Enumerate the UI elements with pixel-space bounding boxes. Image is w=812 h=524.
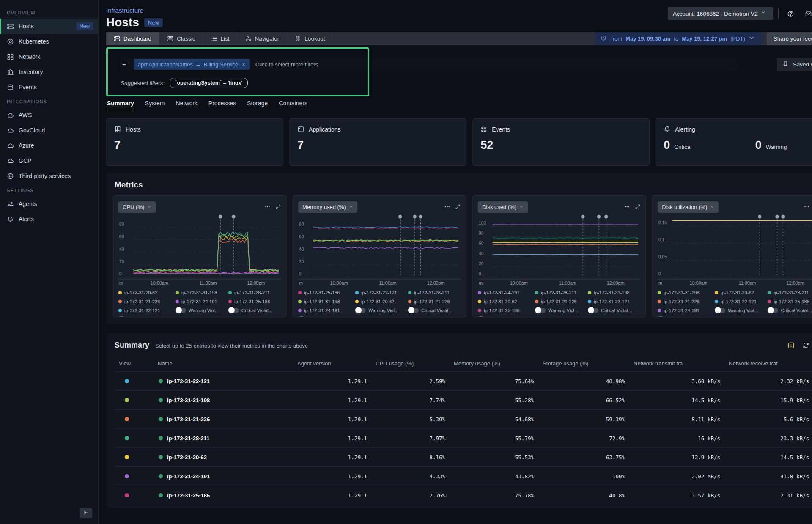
filter-remove-icon[interactable]: × — [242, 61, 245, 68]
filter-add-input[interactable]: Click to select more filters — [255, 61, 318, 68]
chart-menu-button[interactable]: ••• — [265, 205, 270, 209]
tab-list[interactable]: List — [203, 32, 238, 45]
host-color-dot[interactable] — [125, 417, 129, 421]
sidebar-item-azure[interactable]: Azure — [0, 138, 98, 153]
sidebar-collapse-button[interactable] — [80, 508, 92, 518]
legend-series-ip-172-31-28-211[interactable]: ip-172-31-28-211 — [768, 289, 812, 296]
metric-selector[interactable]: Disk utilization (%) — [658, 201, 719, 213]
metric-selector[interactable]: Disk used (%) — [478, 201, 528, 213]
legend-series-ip-172-31-25-186[interactable]: ip-172-31-25-186 — [478, 307, 535, 314]
legend-series-ip-172-31-28-211[interactable]: ip-172-31-28-211 — [228, 289, 281, 296]
toggle-switch[interactable] — [768, 308, 778, 313]
toggle-switch[interactable] — [715, 308, 725, 313]
toggle-switch[interactable] — [588, 308, 598, 313]
subtab-storage[interactable]: Storage — [247, 100, 268, 110]
host-color-dot[interactable] — [125, 436, 129, 440]
host-name-link[interactable]: ip-172-31-24-191 — [154, 473, 293, 480]
legend-series-ip-172-31-31-198[interactable]: ip-172-31-31-198 — [588, 289, 641, 296]
legend-series-ip-172-31-25-186[interactable]: ip-172-31-25-186 — [228, 298, 281, 305]
legend-series-ip-172-31-24-191[interactable]: ip-172-31-24-191 — [176, 298, 228, 305]
sidebar-item-events[interactable]: Events — [0, 80, 98, 95]
toggle-switch[interactable] — [298, 317, 309, 317]
sidebar-item-network[interactable]: Network — [0, 49, 98, 64]
legend-series-ip-172-31-20-62[interactable]: ip-172-31-20-62 — [478, 298, 535, 305]
legend-series-ip-172-31-22-121[interactable]: ip-172-31-22-121 — [118, 307, 176, 314]
toggle-switch[interactable] — [118, 317, 129, 317]
legend-series-ip-172-31-22-121[interactable]: ip-172-31-22-121 — [715, 298, 768, 305]
legend-toggle-critical-violat-[interactable]: Critical Violat... — [588, 307, 641, 314]
feedback-button[interactable]: Share your feedback — [767, 32, 812, 45]
host-name-link[interactable]: ip-172-31-21-226 — [154, 416, 293, 422]
legend-series-ip-172-31-20-62[interactable]: ip-172-31-20-62 — [715, 289, 768, 296]
legend-series-ip-172-31-21-226[interactable]: ip-172-31-21-226 — [408, 298, 461, 305]
sidebar-item-gcp[interactable]: GCP — [0, 153, 98, 168]
legend-series-ip-172-31-31-198[interactable]: ip-172-31-31-198 — [658, 289, 715, 296]
account-selector[interactable]: Account: 1606862 - Demotron V2 — [668, 7, 773, 20]
filter-chip[interactable]: apmApplicationNames = Billing Service × — [134, 59, 250, 70]
legend-toggle-related-depl-[interactable]: Related Depl... — [118, 315, 176, 317]
metric-selector[interactable]: CPU (%) — [118, 201, 156, 213]
host-color-dot[interactable] — [125, 455, 129, 459]
legend-toggle-warning-viol-[interactable]: Warning Viol... — [176, 307, 228, 314]
alert-info-button[interactable] — [787, 342, 795, 349]
host-name-link[interactable]: ip-172-31-31-198 — [154, 397, 293, 403]
host-color-dot[interactable] — [125, 379, 129, 383]
toggle-switch[interactable] — [478, 317, 488, 317]
sidebar-item-alerts[interactable]: Alerts — [0, 211, 98, 227]
chart-menu-button[interactable]: ••• — [625, 205, 630, 209]
legend-series-ip-172-31-28-211[interactable]: ip-172-31-28-211 — [535, 289, 588, 296]
toggle-switch[interactable] — [658, 317, 668, 317]
time-range-picker[interactable]: from May 19, 09:30 am to May 19, 12:27 p… — [595, 32, 762, 45]
legend-toggle-warning-viol-[interactable]: Warning Viol... — [535, 307, 588, 314]
host-color-dot[interactable] — [125, 493, 129, 497]
subtab-processes[interactable]: Processes — [208, 100, 236, 110]
sidebar-item-third-party-services[interactable]: Third-party services — [0, 168, 98, 184]
legend-series-ip-172-31-28-211[interactable]: ip-172-31-28-211 — [408, 289, 461, 296]
suggested-filter-chip[interactable]: `operatingSystem` = 'linux' — [170, 78, 248, 88]
expand-icon[interactable] — [635, 204, 641, 210]
host-name-link[interactable]: ip-172-31-22-121 — [154, 378, 293, 384]
tab-lookout[interactable]: Lookout — [287, 32, 333, 45]
tab-navigator[interactable]: Navigator — [238, 32, 288, 45]
host-color-dot[interactable] — [125, 474, 129, 478]
refresh-button[interactable] — [802, 342, 809, 349]
legend-toggle-related-depl-[interactable]: Related Depl... — [298, 315, 355, 317]
chart-menu-button[interactable]: ••• — [804, 205, 809, 209]
toggle-switch[interactable] — [355, 308, 366, 313]
help-button[interactable] — [784, 7, 797, 20]
legend-series-ip-172-31-21-226[interactable]: ip-172-31-21-226 — [535, 298, 588, 305]
toggle-switch[interactable] — [228, 308, 239, 313]
legend-series-ip-172-31-31-198[interactable]: ip-172-31-31-198 — [298, 298, 355, 305]
legend-toggle-critical-violat-[interactable]: Critical Violat... — [408, 307, 461, 314]
legend-toggle-critical-violat-[interactable]: Critical Violat... — [768, 307, 812, 314]
legend-toggle-related-depl-[interactable]: Related Depl... — [478, 315, 535, 317]
legend-toggle-warning-viol-[interactable]: Warning Viol... — [715, 307, 768, 314]
chart-menu-button[interactable]: ••• — [445, 205, 450, 209]
mail-button[interactable] — [801, 7, 812, 20]
legend-series-ip-172-31-22-121[interactable]: ip-172-31-22-121 — [355, 289, 408, 296]
sidebar-item-inventory[interactable]: Inventory — [0, 64, 98, 80]
subtab-summary[interactable]: Summary — [107, 100, 134, 110]
metric-selector[interactable]: Memory used (%) — [298, 201, 357, 213]
toggle-switch[interactable] — [176, 308, 186, 313]
legend-series-ip-172-31-25-186[interactable]: ip-172-31-25-186 — [298, 289, 355, 296]
legend-series-ip-172-31-24-191[interactable]: ip-172-31-24-191 — [478, 289, 535, 296]
sidebar-item-aws[interactable]: AWS — [0, 107, 98, 123]
host-name-link[interactable]: ip-172-31-20-62 — [154, 454, 293, 461]
toggle-switch[interactable] — [535, 308, 546, 313]
host-name-link[interactable]: ip-172-31-25-186 — [154, 492, 293, 499]
saved-views-button[interactable]: Saved views — [777, 58, 812, 71]
expand-icon[interactable] — [275, 204, 281, 210]
legend-series-ip-172-31-31-198[interactable]: ip-172-31-31-198 — [176, 289, 228, 296]
legend-series-ip-172-31-24-191[interactable]: ip-172-31-24-191 — [658, 307, 715, 314]
tab-dashboard[interactable]: Dashboard — [106, 32, 159, 45]
tab-classic[interactable]: Classic — [159, 32, 203, 45]
legend-series-ip-172-31-20-62[interactable]: ip-172-31-20-62 — [118, 289, 176, 296]
legend-series-ip-172-31-25-186[interactable]: ip-172-31-25-186 — [768, 298, 812, 305]
legend-toggle-critical-violat-[interactable]: Critical Violat... — [228, 307, 281, 314]
legend-series-ip-172-31-21-226[interactable]: ip-172-31-21-226 — [118, 298, 176, 305]
expand-icon[interactable] — [455, 204, 461, 210]
sidebar-item-hosts[interactable]: HostsNew — [0, 19, 98, 34]
subtab-system[interactable]: System — [145, 100, 165, 110]
subtab-network[interactable]: Network — [176, 100, 198, 110]
